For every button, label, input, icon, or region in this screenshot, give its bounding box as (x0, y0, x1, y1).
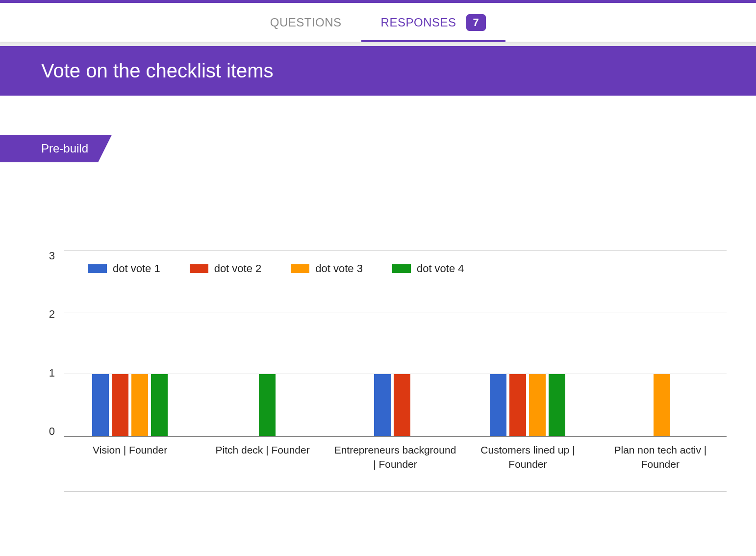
bar (112, 374, 128, 436)
chart-legend: dot vote 1dot vote 2dot vote 3dot vote 4 (88, 262, 464, 275)
x-label: Entrepreneurs background | Founder (329, 443, 461, 472)
bar (131, 374, 148, 436)
bar (654, 374, 670, 436)
bar (92, 374, 109, 436)
bar (509, 374, 526, 436)
tab-questions[interactable]: QUESTIONS (251, 3, 361, 42)
bar-group (594, 251, 727, 436)
y-tick: 3 (49, 251, 55, 261)
legend-swatch (392, 264, 411, 273)
x-label: Plan non tech activ | Founder (594, 443, 727, 472)
bar-group (461, 251, 594, 436)
bar-group (196, 251, 328, 436)
legend-label: dot vote 3 (315, 262, 363, 275)
tab-responses[interactable]: RESPONSES 7 (361, 3, 506, 42)
bar-group (64, 251, 196, 436)
legend-item: dot vote 2 (190, 262, 262, 275)
page-title: Vote on the checklist items (41, 60, 756, 82)
bar (549, 374, 565, 436)
legend-label: dot vote 1 (113, 262, 160, 275)
chart: 3 2 1 0 dot vote 1dot vote 2dot vote 3do… (29, 251, 727, 472)
x-label: Vision | Founder (64, 443, 196, 472)
bar-group (329, 251, 461, 436)
responses-count-badge: 7 (466, 14, 486, 31)
divider-strip (0, 42, 756, 46)
legend-label: dot vote 4 (417, 262, 464, 275)
tabs-bar: QUESTIONS RESPONSES 7 (0, 3, 756, 42)
bar (490, 374, 506, 436)
bar (394, 374, 410, 436)
tab-responses-label: RESPONSES (381, 16, 456, 29)
legend-swatch (190, 264, 208, 273)
y-tick: 0 (49, 426, 55, 437)
tab-questions-label: QUESTIONS (270, 16, 342, 29)
bar (259, 374, 276, 436)
legend-item: dot vote 3 (291, 262, 363, 275)
section-tag-wrap: Pre-build (0, 135, 756, 162)
legend-item: dot vote 1 (88, 262, 160, 275)
y-tick: 2 (49, 309, 55, 320)
legend-item: dot vote 4 (392, 262, 464, 275)
chart-plot-area: dot vote 1dot vote 2dot vote 3dot vote 4 (64, 251, 727, 437)
bar (374, 374, 391, 436)
section-label: Pre-build (41, 142, 88, 155)
x-label: Pitch deck | Founder (196, 443, 328, 472)
chart-bar-groups (64, 251, 727, 436)
form-header: Vote on the checklist items (0, 46, 756, 96)
x-label: Customers lined up | Founder (461, 443, 594, 472)
bar (529, 374, 546, 436)
divider (64, 491, 727, 492)
section-tag: Pre-build (0, 135, 112, 162)
y-tick: 1 (49, 368, 55, 379)
legend-swatch (88, 264, 107, 273)
legend-label: dot vote 2 (214, 262, 262, 275)
legend-swatch (291, 264, 309, 273)
bar (151, 374, 168, 436)
chart-x-axis: Vision | FounderPitch deck | FounderEntr… (64, 443, 727, 472)
chart-y-axis: 3 2 1 0 (29, 251, 64, 437)
